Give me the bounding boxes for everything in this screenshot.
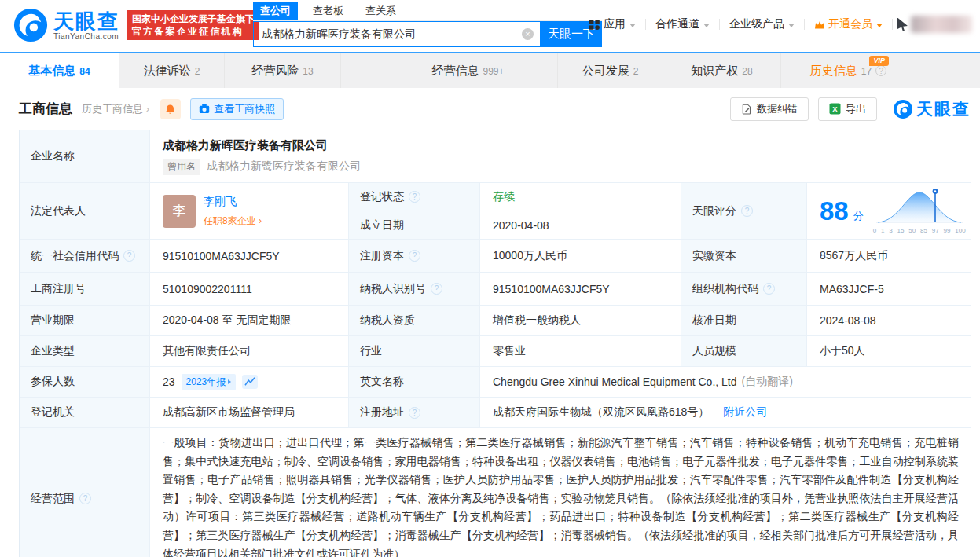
tianyancha-logo[interactable]: 天眼查 TianYanCha.com 国家中小企业发展子基金旗下 官方备案企业征… (13, 7, 259, 43)
help-icon[interactable]: ? (409, 407, 420, 419)
user-account[interactable] (897, 16, 972, 33)
legal-rep-avatar[interactable]: 李 (163, 195, 196, 228)
subscribe-bell-button[interactable] (160, 99, 181, 119)
tab-label: 公司发展 (582, 64, 629, 79)
field-value-industry: 零售业 (480, 336, 681, 367)
field-value-paid-capital: 8567万人民币 (807, 240, 971, 273)
help-icon[interactable]: ? (79, 493, 91, 504)
label-text: 企业名称 (31, 149, 75, 163)
label-text: 注册资本 (360, 249, 404, 263)
former-name-badge: 曾用名 (163, 159, 200, 175)
history-info-link[interactable]: 历史工商信息 › (82, 102, 149, 116)
correction-doc-icon (741, 104, 752, 115)
vip-badge: VIP (869, 56, 889, 66)
nav-enterprise[interactable]: 企业级产品 (720, 17, 804, 31)
excel-icon: X (829, 103, 841, 115)
label-text: 法定代表人 (31, 204, 86, 218)
nav-vip-label: 开通会员 (828, 17, 872, 31)
tick: 15 (897, 227, 905, 234)
nav-vip[interactable]: 开通会员 (805, 17, 892, 31)
nearby-companies-link[interactable]: 附近公司 (723, 405, 767, 420)
chevron-down-icon (876, 24, 883, 27)
tab-count: 28 (742, 66, 752, 77)
tianyancha-logo-icon (13, 7, 49, 43)
score-value: 88 (820, 198, 849, 224)
svg-text:X: X (832, 104, 838, 113)
annual-report-badge[interactable]: 2023年报 (182, 374, 237, 390)
nav-partner[interactable]: 合作通道 (646, 17, 719, 31)
chevron-down-icon (629, 24, 636, 27)
mouse-cursor (897, 18, 908, 31)
field-value-company-name: 成都格力新晖医疗装备有限公司 曾用名 成都格力新鹭医疗装备有限公司 (150, 130, 971, 183)
help-icon[interactable]: ? (763, 283, 775, 295)
label-text: 实缴资本 (692, 249, 736, 263)
business-scope-text: 一般项目：货物进出口；进出口代理；第一类医疗器械销售；第二类医疗器械销售；新能源… (163, 434, 959, 557)
tab-count: 17 (861, 66, 872, 77)
tick: 3 (889, 227, 892, 234)
help-icon[interactable]: ? (409, 250, 420, 262)
badge-line-2: 官方备案企业征信机构 (132, 25, 255, 38)
business-info-table: 企业名称 成都格力新晖医疗装备有限公司 曾用名 成都格力新鹭医疗装备有限公司 法… (19, 130, 971, 557)
search-tabs: 查公司 查老板 查关系 (253, 2, 602, 21)
search-tab-relation[interactable]: 查关系 (358, 2, 403, 20)
nav-apps[interactable]: 应用 (580, 17, 645, 31)
insured-trend-button[interactable] (242, 375, 258, 389)
export-button[interactable]: X 导出 (818, 97, 877, 121)
user-name-masked (911, 16, 972, 33)
field-label-established-date: 成立日期 (349, 211, 480, 240)
field-label-address: 注册地址 ? (349, 398, 480, 428)
legal-rep-name-link[interactable]: 李刚飞 (204, 195, 262, 209)
score-axis-ticks: 0 1 3 15 50 85 97 99 100 (873, 227, 966, 234)
help-icon[interactable]: ? (123, 250, 135, 262)
tab-count: 84 (79, 66, 90, 77)
tab-development[interactable]: 公司发展 2 (558, 53, 663, 88)
score-curve-chart: 0 1 3 15 50 85 97 99 100 (873, 188, 966, 234)
tab-label: 基本信息 (28, 64, 75, 79)
field-label-company-name: 企业名称 (20, 130, 150, 183)
top-header: 天眼查 TianYanCha.com 国家中小企业发展子基金旗下 官方备案企业征… (0, 0, 980, 52)
help-icon[interactable]: ? (431, 283, 442, 295)
tab-history[interactable]: VIP 历史信息 17 ? (781, 53, 916, 88)
tab-label: 经营信息 (431, 64, 479, 79)
search-tab-boss[interactable]: 查老板 (306, 2, 351, 20)
help-icon[interactable]: ? (741, 205, 753, 217)
field-label-tax-quality: 纳税人资质 (349, 306, 480, 336)
search-tab-company[interactable]: 查公司 (253, 2, 298, 20)
former-name: 成都格力新鹭医疗装备有限公司 (207, 159, 361, 174)
legal-rep-companies-label: 任职8家企业 (204, 215, 256, 226)
field-value-tyc-score[interactable]: 88 分 0 (807, 183, 971, 240)
chevron-down-icon (703, 24, 710, 27)
tick: 50 (908, 227, 916, 234)
field-value-business-scope: 一般项目：货物进出口；进出口代理；第一类医疗器械销售；第二类医疗器械销售；新能源… (150, 428, 971, 557)
score-unit: 分 (853, 209, 864, 223)
search-input[interactable] (254, 28, 540, 41)
field-label-business-scope: 经营范围 ? (20, 428, 150, 557)
data-correction-button[interactable]: 数据纠错 (730, 97, 809, 121)
field-value-staff-size: 小于50人 (807, 336, 971, 367)
brand-watermark: 天眼查 (893, 98, 971, 120)
field-value-org-code: MA63JJCF-5 (807, 273, 971, 306)
label-text: 天眼评分 (692, 204, 736, 218)
nav-divider (892, 19, 893, 30)
label-text: 组织机构代码 (692, 282, 758, 296)
snapshot-button[interactable]: 查看工商快照 (190, 98, 284, 120)
tick: 97 (932, 227, 939, 234)
nav-enterprise-label: 企业级产品 (729, 17, 784, 31)
field-label-registry: 登记机关 (20, 398, 150, 428)
tab-risk[interactable]: 经营风险 13 (225, 53, 341, 88)
export-label: 导出 (846, 102, 866, 116)
field-label-approve-date: 核准日期 (681, 306, 807, 336)
tick: 100 (955, 227, 965, 234)
tab-label: 经营风险 (251, 64, 299, 79)
field-label-tax-id: 纳税人识别号 ? (349, 273, 480, 306)
tab-ip[interactable]: 知识产权 28 (663, 53, 781, 88)
tab-legal[interactable]: 法律诉讼 2 (119, 53, 225, 88)
tab-basic-info[interactable]: 基本信息 84 (0, 53, 119, 88)
tab-operation[interactable]: 经营信息 999+ (379, 53, 558, 88)
question-icon[interactable]: ? (875, 65, 886, 76)
search-clear-icon[interactable]: × (522, 28, 534, 40)
legal-rep-companies-link[interactable]: 任职8家企业 › (204, 214, 262, 228)
field-value-credit-code: 91510100MA63JJCF5Y (150, 240, 349, 273)
help-icon[interactable]: ? (409, 191, 420, 203)
label-text: 统一社会信用代码 (31, 249, 119, 263)
